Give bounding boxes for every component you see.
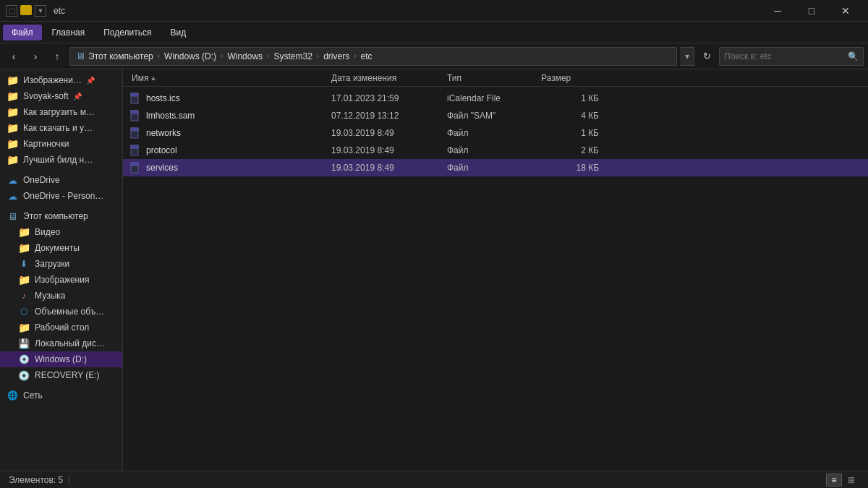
sidebar-item-onedrive[interactable]: ☁ OneDrive [0, 172, 122, 188]
search-input[interactable] [724, 51, 845, 61]
file-name: protocol [146, 145, 331, 155]
window-title: etc [54, 6, 757, 16]
sidebar-item-docs[interactable]: 📁 Документы [0, 240, 122, 256]
view-list-button[interactable]: ≡ [826, 474, 842, 487]
file-icon [129, 127, 142, 139]
view-grid-button[interactable]: ⊞ [843, 474, 859, 487]
file-type: Файл "SAM" [447, 111, 541, 121]
sidebar-item-windows-d[interactable]: 💿 Windows (D:) [0, 351, 122, 367]
sidebar-item-images-pin[interactable]: 📁 Изображени… 📌 [0, 72, 122, 88]
file-list: hosts.ics 17.01.2023 21:59 iCalendar Fil… [123, 87, 868, 471]
sidebar-label: OneDrive [23, 175, 60, 185]
col-header-date[interactable]: Дата изменения [331, 73, 447, 83]
content-area: Имя ▲ Дата изменения Тип Размер [123, 69, 868, 471]
sidebar-item-desktop[interactable]: 📁 Рабочий стол [0, 320, 122, 335]
file-date: 19.03.2019 8:49 [331, 145, 447, 155]
sidebar-item-downloads[interactable]: ⬇ Загрузки [0, 256, 122, 272]
sidebar-label: OneDrive - Person… [23, 191, 103, 201]
col-header-type[interactable]: Тип [447, 73, 541, 83]
file-date: 19.03.2019 8:49 [331, 128, 447, 138]
drive-icon: 💾 [17, 338, 30, 349]
sidebar-item-svoyak[interactable]: 📁 Svoyak-soft 📌 [0, 88, 122, 104]
title-icon-folder [20, 5, 32, 15]
folder-icon: 📁 [17, 322, 30, 333]
status-bar: Элементов: 5 ≡ ⊞ [0, 471, 868, 488]
folder-icon: 📁 [6, 122, 19, 134]
file-row[interactable]: protocol 19.03.2019 8:49 Файл 2 КБ [123, 142, 868, 159]
folder-icon: 📁 [6, 74, 19, 86]
file-row[interactable]: services 19.03.2019 8:49 Файл 18 КБ [123, 159, 868, 176]
forward-button[interactable]: › [26, 47, 45, 66]
menu-bar: Файл Главная Поделиться Вид [0, 22, 868, 43]
up-button[interactable]: ↑ [48, 47, 67, 66]
path-arrow-2: › [221, 52, 223, 60]
file-type: iCalendar File [447, 93, 541, 103]
menu-view[interactable]: Вид [161, 25, 195, 40]
file-icon [129, 145, 142, 156]
search-box[interactable]: 🔍 [719, 47, 864, 66]
sidebar-label: Изображения [35, 275, 89, 285]
sidebar-item-this-pc[interactable]: 🖥 Этот компьютер [0, 208, 122, 224]
sidebar-item-kak-skachat[interactable]: 📁 Как скачать и у… [0, 120, 122, 136]
svg-rect-5 [131, 128, 138, 131]
pin-icon: 📌 [86, 77, 95, 85]
sidebar-item-volumes[interactable]: ⬡ Объемные объ… [0, 304, 122, 320]
sidebar-label: Сеть [23, 390, 43, 401]
sidebar-label: Локальный дис… [35, 338, 105, 348]
file-date: 19.03.2019 8:49 [331, 163, 447, 173]
download-icon: ⬇ [17, 258, 30, 270]
sidebar-item-images2[interactable]: 📁 Изображения [0, 272, 122, 288]
sidebar-item-local-disk[interactable]: 💾 Локальный дис… [0, 335, 122, 351]
menu-file[interactable]: Файл [3, 25, 42, 40]
address-dropdown[interactable]: ▾ [680, 47, 694, 66]
svg-rect-1 [131, 93, 138, 96]
col-name-label: Имя [132, 73, 148, 83]
file-size: 1 КБ [541, 128, 599, 138]
sidebar-item-kartinochki[interactable]: 📁 Картиночки [0, 136, 122, 152]
file-row[interactable]: networks 19.03.2019 8:49 Файл 1 КБ [123, 124, 868, 142]
file-row[interactable]: hosts.ics 17.01.2023 21:59 iCalendar Fil… [123, 90, 868, 107]
column-headers: Имя ▲ Дата изменения Тип Размер [123, 69, 868, 87]
path-etc: etc [361, 51, 373, 61]
sidebar-item-recovery-e[interactable]: 💿 RECOVERY (E:) [0, 367, 122, 383]
back-button[interactable]: ‹ [4, 47, 23, 66]
sidebar-item-network[interactable]: 🌐 Сеть [0, 388, 122, 403]
path-drivers: drivers [323, 51, 349, 61]
refresh-button[interactable]: ↻ [697, 47, 716, 66]
svg-rect-3 [131, 111, 138, 114]
sidebar-label: Лучший билд н… [23, 155, 93, 165]
sidebar: 📁 Изображени… 📌 📁 Svoyak-soft 📌 📁 Как за… [0, 69, 123, 471]
menu-share[interactable]: Поделиться [95, 25, 160, 40]
path-arrow-4: › [317, 52, 319, 60]
close-button[interactable]: ✕ [829, 0, 862, 22]
minimize-button[interactable]: ─ [761, 0, 794, 22]
maximize-button[interactable]: □ [795, 0, 828, 22]
pin-icon: 📌 [73, 93, 82, 100]
path-arrow-1: › [158, 52, 160, 60]
sidebar-item-music[interactable]: ♪ Музыка [0, 288, 122, 304]
file-name: hosts.ics [146, 93, 331, 103]
sidebar-label: Картиночки [23, 139, 69, 149]
address-path[interactable]: 🖥 Этот компьютер › Windows (D:) › Window… [69, 47, 677, 66]
path-system32: System32 [273, 51, 312, 61]
sidebar-item-luchshiy[interactable]: 📁 Лучший билд н… [0, 152, 122, 168]
file-row[interactable]: lmhosts.sam 07.12.2019 13:12 Файл "SAM" … [123, 107, 868, 124]
search-icon[interactable]: 🔍 [848, 51, 859, 61]
path-windows: Windows [227, 51, 263, 61]
sidebar-label: Рабочий стол [35, 322, 89, 333]
sidebar-label: Как скачать и у… [23, 123, 93, 133]
title-bar: ⬚ ▼ etc ─ □ ✕ [0, 0, 868, 22]
sidebar-label: Музыка [35, 291, 65, 301]
col-header-name[interactable]: Имя ▲ [129, 73, 331, 83]
sidebar-item-onedrive-personal[interactable]: ☁ OneDrive - Person… [0, 188, 122, 204]
svg-rect-9 [131, 163, 138, 166]
menu-home[interactable]: Главная [43, 25, 94, 40]
sidebar-item-video[interactable]: 📁 Видео [0, 224, 122, 240]
col-header-size[interactable]: Размер [541, 73, 599, 83]
sidebar-item-kak-zagruzit[interactable]: 📁 Как загрузить м… [0, 104, 122, 120]
path-label-this-pc: Этот компьютер [88, 51, 153, 61]
drive-icon: 💿 [17, 369, 30, 381]
file-size: 4 КБ [541, 111, 599, 121]
folder-icon: 📁 [6, 106, 19, 118]
title-icon-arrow: ▼ [35, 5, 46, 17]
